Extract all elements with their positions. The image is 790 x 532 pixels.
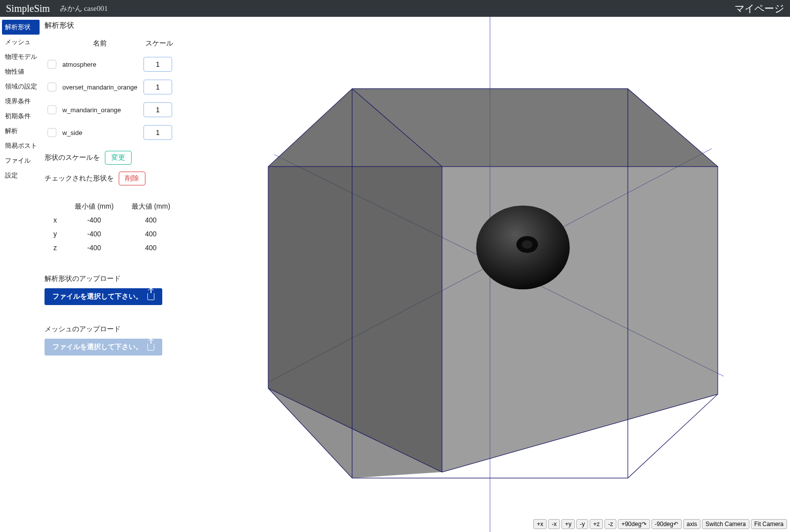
sidebar-item-geometry[interactable]: 解析形状 — [2, 20, 40, 35]
shape-checkbox[interactable] — [47, 60, 56, 69]
sidebar-item-post[interactable]: 簡易ポスト — [2, 138, 40, 153]
bounds-table: 最小値 (mm) 最大値 (mm) x -400 400 y -400 400 … — [45, 200, 179, 255]
view-plus-z-button[interactable]: +z — [590, 519, 603, 529]
table-row: w_mandarin_orange — [45, 98, 178, 121]
col-name: 名前 — [59, 39, 140, 53]
viewer-controls: +x -x +y -y +z -z +90deg↷ -90deg↶ axis S… — [533, 519, 787, 529]
shape-checkbox[interactable] — [47, 105, 56, 114]
sidebar-item-initial[interactable]: 初期条件 — [2, 109, 40, 124]
table-row: z -400 400 — [45, 241, 179, 255]
svg-marker-9 — [442, 167, 718, 472]
shape-scale-input[interactable] — [143, 125, 172, 140]
rotate-cw-button[interactable]: +90deg↷ — [618, 519, 650, 529]
table-row: x -400 400 — [45, 213, 179, 227]
bounds-min: -400 — [66, 227, 123, 241]
upload-mesh-button-label: ファイルを選択して下さい。 — [52, 343, 142, 352]
view-minus-z-button[interactable]: -z — [604, 519, 616, 529]
shape-name: w_mandarin_orange — [59, 98, 140, 121]
table-row: w_side — [45, 121, 178, 144]
table-row: atmosphere — [45, 53, 178, 76]
shape-name: w_side — [59, 121, 140, 144]
shapes-table: 名前 スケール atmosphere overset_mandarin_oran… — [45, 39, 178, 144]
view-plus-y-button[interactable]: +y — [561, 519, 575, 529]
sidebar-item-boundary[interactable]: 境界条件 — [2, 94, 40, 109]
col-scale: スケール — [140, 39, 178, 53]
sidebar-item-settings[interactable]: 設定 — [2, 168, 40, 183]
bounds-min-header: 最小値 (mm) — [66, 200, 123, 213]
view-minus-x-button[interactable]: -x — [548, 519, 560, 529]
shape-name: overset_mandarin_orange — [59, 76, 140, 98]
settings-panel: 解析形状 名前 スケール atmosphere overset_mandarin… — [42, 17, 190, 532]
panel-title: 解析形状 — [45, 21, 187, 30]
sidebar-item-solve[interactable]: 解析 — [2, 124, 40, 138]
bounds-max: 400 — [123, 241, 180, 255]
sidebar-item-file[interactable]: ファイル — [2, 153, 40, 168]
shape-scale-input[interactable] — [143, 57, 172, 72]
shape-checkbox[interactable] — [47, 128, 56, 137]
svg-marker-8 — [268, 167, 442, 472]
3d-viewport[interactable]: +x -x +y -y +z -z +90deg↷ -90deg↶ axis S… — [190, 17, 790, 532]
view-minus-y-button[interactable]: -y — [576, 519, 588, 529]
sidebar-item-properties[interactable]: 物性値 — [2, 64, 40, 79]
case-name[interactable]: みかん case001 — [60, 4, 108, 13]
bounds-max: 400 — [123, 213, 180, 227]
bounds-max-header: 最大値 (mm) — [123, 200, 180, 213]
shape-scale-input[interactable] — [143, 102, 172, 117]
upload-icon — [147, 344, 154, 351]
sidebar-item-physics[interactable]: 物理モデル — [2, 49, 40, 64]
upload-icon — [147, 293, 154, 300]
upload-mesh-title: メッシュのアップロード — [45, 325, 187, 334]
bounds-min: -400 — [66, 213, 123, 227]
svg-point-14 — [522, 240, 533, 249]
upload-mesh-button: ファイルを選択して下さい。 — [45, 339, 162, 355]
upload-geom-button-label: ファイルを選択して下さい。 — [52, 292, 142, 301]
scale-action-label: 形状のスケールを — [45, 153, 100, 162]
upload-geom-button[interactable]: ファイルを選択して下さい。 — [45, 288, 162, 305]
table-row: y -400 400 — [45, 227, 179, 241]
shape-checkbox[interactable] — [47, 83, 56, 91]
sidebar-item-mesh[interactable]: メッシュ — [2, 35, 40, 49]
shape-scale-input[interactable] — [143, 80, 172, 94]
switch-camera-button[interactable]: Switch Camera — [702, 519, 749, 529]
shape-name: atmosphere — [59, 53, 140, 76]
table-row: overset_mandarin_orange — [45, 76, 178, 98]
change-scale-button[interactable]: 変更 — [105, 151, 132, 165]
sidebar-item-region[interactable]: 領域の設定 — [2, 79, 40, 94]
bounds-axis: z — [45, 241, 66, 255]
axis-toggle-button[interactable]: axis — [683, 519, 700, 529]
bounds-axis: x — [45, 213, 66, 227]
rotate-ccw-button[interactable]: -90deg↶ — [651, 519, 682, 529]
view-plus-x-button[interactable]: +x — [533, 519, 547, 529]
sidebar: 解析形状 メッシュ 物理モデル 物性値 領域の設定 境界条件 初期条件 解析 簡… — [0, 17, 42, 532]
fit-camera-button[interactable]: Fit Camera — [751, 519, 787, 529]
bounds-max: 400 — [123, 227, 180, 241]
bounds-min: -400 — [66, 241, 123, 255]
upload-geom-title: 解析形状のアップロード — [45, 274, 187, 283]
mypage-link[interactable]: マイページ — [735, 2, 784, 15]
app-brand: SimpleSim — [6, 3, 50, 14]
app-header: SimpleSim みかん case001 マイページ — [0, 0, 790, 17]
delete-shapes-button[interactable]: 削除 — [119, 172, 145, 185]
delete-action-label: チェックされた形状を — [45, 174, 114, 183]
bounds-axis: y — [45, 227, 66, 241]
